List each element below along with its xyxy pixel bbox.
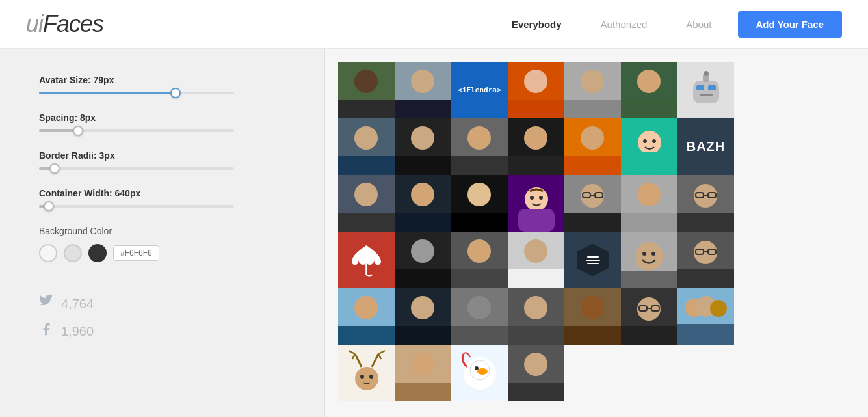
twitter-count: 4,764 xyxy=(61,297,94,312)
avatar-cell[interactable] xyxy=(338,118,395,175)
svg-point-73 xyxy=(467,239,491,263)
avatar-cell[interactable] xyxy=(621,288,677,345)
svg-point-38 xyxy=(643,139,647,143)
svg-rect-126 xyxy=(395,383,451,401)
svg-rect-14 xyxy=(621,100,677,118)
avatar-cell[interactable] xyxy=(564,232,621,288)
spacing-thumb[interactable] xyxy=(73,126,83,136)
svg-point-31 xyxy=(524,126,547,150)
svg-rect-133 xyxy=(508,383,564,401)
color-white[interactable] xyxy=(39,244,57,262)
avatar-cell[interactable] xyxy=(564,288,621,345)
content-area: <iFlendra> xyxy=(325,49,868,417)
container-width-control: Container Width: 640px xyxy=(39,188,298,208)
nav-authorized[interactable]: Authorized xyxy=(581,19,667,30)
svg-line-123 xyxy=(378,354,381,359)
svg-point-44 xyxy=(411,183,434,206)
svg-rect-109 xyxy=(621,326,677,345)
avatar-cell[interactable]: BAZH xyxy=(677,118,734,175)
avatar-cell[interactable] xyxy=(395,118,451,175)
avatar-cell[interactable] xyxy=(338,288,395,345)
avatar-cell[interactable] xyxy=(564,175,621,232)
svg-point-10 xyxy=(581,70,604,93)
avatar-cell[interactable] xyxy=(621,175,677,232)
social-stats: 4,764 1,960 xyxy=(39,295,298,340)
svg-rect-26 xyxy=(395,156,451,175)
svg-line-119 xyxy=(349,351,355,354)
svg-point-80 xyxy=(642,252,646,256)
avatar-cell[interactable] xyxy=(451,118,508,175)
avatar-cell[interactable] xyxy=(338,345,395,401)
avatar-cell[interactable] xyxy=(621,118,677,175)
svg-rect-23 xyxy=(338,156,395,175)
avatar-cell[interactable] xyxy=(508,175,564,232)
avatar-cell[interactable] xyxy=(395,175,451,232)
logo: uiFaces xyxy=(26,10,103,38)
avatar-cell[interactable] xyxy=(395,232,451,288)
color-dark[interactable] xyxy=(88,244,107,262)
avatar-size-thumb[interactable] xyxy=(170,88,181,98)
avatar-cell[interactable] xyxy=(508,232,564,288)
svg-rect-91 xyxy=(338,326,395,345)
container-width-thumb[interactable] xyxy=(44,201,54,211)
avatar-cell[interactable] xyxy=(508,62,564,118)
color-light-gray[interactable] xyxy=(64,244,82,262)
avatar-cell[interactable] xyxy=(451,175,508,232)
svg-rect-48 xyxy=(451,213,508,232)
svg-point-129 xyxy=(475,366,479,370)
avatar-cell[interactable] xyxy=(677,175,734,232)
nav-everybody[interactable]: Everybody xyxy=(492,19,581,30)
add-face-button[interactable]: Add Your Face xyxy=(738,11,842,38)
svg-point-115 xyxy=(355,367,378,390)
avatar-size-track xyxy=(39,92,234,94)
svg-point-52 xyxy=(539,196,543,200)
avatar-cell[interactable] xyxy=(564,62,621,118)
svg-rect-71 xyxy=(395,269,451,288)
spacing-label: Spacing: 8px xyxy=(39,113,298,123)
svg-rect-29 xyxy=(451,156,508,175)
color-options: #F6F6F6 xyxy=(39,244,298,262)
facebook-count: 1,960 xyxy=(61,324,94,339)
avatar-cell[interactable] xyxy=(508,345,564,401)
avatar-cell[interactable] xyxy=(338,62,395,118)
avatar-cell[interactable] xyxy=(564,118,621,175)
avatar-cell[interactable] xyxy=(338,232,395,288)
avatar-cell[interactable] xyxy=(451,345,508,401)
svg-rect-11 xyxy=(564,100,621,118)
svg-rect-77 xyxy=(508,269,564,288)
svg-rect-17 xyxy=(708,85,716,90)
avatar-cell[interactable] xyxy=(508,118,564,175)
avatar-cell[interactable] xyxy=(395,62,451,118)
avatar-cell[interactable] xyxy=(508,288,564,345)
avatar-cell[interactable]: <iFlendra> xyxy=(451,62,508,118)
svg-point-81 xyxy=(651,252,655,256)
avatar-cell[interactable] xyxy=(621,62,677,118)
svg-point-51 xyxy=(530,196,534,200)
svg-rect-35 xyxy=(564,156,621,175)
svg-line-120 xyxy=(352,354,355,359)
avatar-cell[interactable] xyxy=(451,232,508,288)
svg-point-116 xyxy=(360,375,364,379)
avatar-cell[interactable] xyxy=(677,62,734,118)
svg-point-34 xyxy=(581,126,604,150)
sidebar: Avatar Size: 79px Spacing: 8px Border Ra… xyxy=(0,49,325,417)
svg-point-41 xyxy=(354,183,378,206)
avatar-grid: <iFlendra> xyxy=(338,62,855,401)
svg-rect-16 xyxy=(696,85,704,90)
avatar-size-label: Avatar Size: 79px xyxy=(39,75,298,85)
color-hex-input[interactable]: #F6F6F6 xyxy=(113,245,159,261)
svg-point-132 xyxy=(524,353,547,376)
svg-rect-5 xyxy=(395,100,451,118)
avatar-cell[interactable] xyxy=(677,232,734,288)
border-radii-thumb[interactable] xyxy=(49,163,60,174)
svg-rect-58 xyxy=(564,213,621,232)
avatar-cell[interactable] xyxy=(451,288,508,345)
avatar-cell[interactable] xyxy=(677,288,734,345)
nav-about[interactable]: About xyxy=(666,19,731,30)
avatar-cell[interactable] xyxy=(395,288,451,345)
svg-rect-103 xyxy=(564,326,621,345)
logo-ui: ui xyxy=(26,10,43,37)
avatar-cell[interactable] xyxy=(621,232,677,288)
avatar-cell[interactable] xyxy=(338,175,395,232)
avatar-cell[interactable] xyxy=(395,345,451,401)
